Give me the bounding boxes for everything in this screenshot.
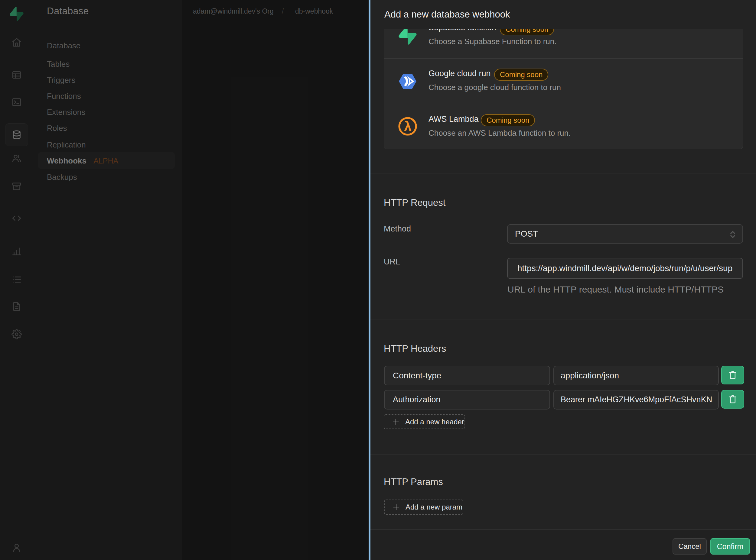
svg-text:λ: λ <box>404 119 411 134</box>
